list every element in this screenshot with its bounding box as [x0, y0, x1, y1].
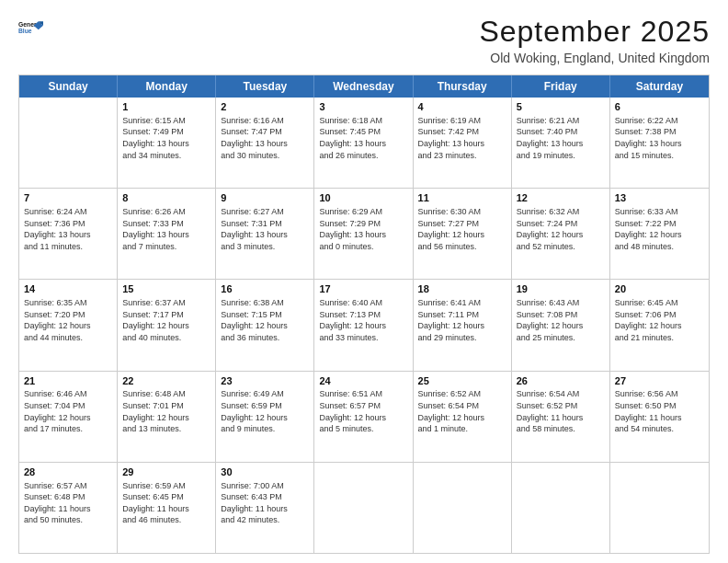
day-number: 24 [319, 374, 407, 388]
day-info: Sunrise: 6:30 AM Sunset: 7:27 PM Dayligh… [418, 206, 506, 252]
logo: GeneralBlue [18, 15, 46, 42]
day-info: Sunrise: 6:35 AM Sunset: 7:20 PM Dayligh… [24, 297, 112, 343]
calendar-day-18: 18Sunrise: 6:41 AM Sunset: 7:11 PM Dayli… [414, 280, 512, 370]
calendar-day-15: 15Sunrise: 6:37 AM Sunset: 7:17 PM Dayli… [118, 280, 216, 370]
day-number: 8 [122, 191, 210, 205]
day-info: Sunrise: 6:27 AM Sunset: 7:31 PM Dayligh… [221, 206, 309, 252]
calendar-day-13: 13Sunrise: 6:33 AM Sunset: 7:22 PM Dayli… [610, 189, 709, 279]
calendar-day-24: 24Sunrise: 6:51 AM Sunset: 6:57 PM Dayli… [314, 372, 413, 462]
calendar-empty-cell [512, 463, 610, 553]
day-info: Sunrise: 6:52 AM Sunset: 6:54 PM Dayligh… [418, 388, 506, 434]
day-number: 9 [221, 191, 309, 205]
day-number: 23 [221, 374, 309, 388]
header: GeneralBlue September 2025 Old Woking, E… [18, 15, 710, 65]
calendar-day-16: 16Sunrise: 6:38 AM Sunset: 7:15 PM Dayli… [216, 280, 314, 370]
calendar-week-2: 7Sunrise: 6:24 AM Sunset: 7:36 PM Daylig… [19, 189, 709, 280]
day-number: 6 [615, 100, 704, 114]
calendar-day-21: 21Sunrise: 6:46 AM Sunset: 7:04 PM Dayli… [19, 372, 118, 462]
calendar-empty-cell [314, 463, 413, 553]
calendar-day-25: 25Sunrise: 6:52 AM Sunset: 6:54 PM Dayli… [414, 372, 512, 462]
day-number: 26 [517, 374, 605, 388]
calendar-day-28: 28Sunrise: 6:57 AM Sunset: 6:48 PM Dayli… [19, 463, 118, 553]
calendar-day-3: 3Sunrise: 6:18 AM Sunset: 7:45 PM Daylig… [314, 98, 413, 188]
day-info: Sunrise: 6:26 AM Sunset: 7:33 PM Dayligh… [122, 206, 210, 252]
day-info: Sunrise: 6:29 AM Sunset: 7:29 PM Dayligh… [319, 206, 407, 252]
calendar-day-26: 26Sunrise: 6:54 AM Sunset: 6:52 PM Dayli… [512, 372, 610, 462]
calendar-day-27: 27Sunrise: 6:56 AM Sunset: 6:50 PM Dayli… [610, 372, 709, 462]
day-number: 10 [319, 191, 407, 205]
calendar-empty-cell [414, 463, 512, 553]
day-info: Sunrise: 6:43 AM Sunset: 7:08 PM Dayligh… [517, 297, 605, 343]
day-number: 29 [122, 465, 210, 479]
day-number: 19 [517, 282, 605, 296]
day-info: Sunrise: 6:46 AM Sunset: 7:04 PM Dayligh… [24, 388, 112, 434]
day-info: Sunrise: 6:51 AM Sunset: 6:57 PM Dayligh… [319, 388, 407, 434]
day-number: 13 [615, 191, 704, 205]
day-number: 30 [221, 465, 309, 479]
day-info: Sunrise: 6:59 AM Sunset: 6:45 PM Dayligh… [122, 480, 210, 526]
calendar-week-1: 1Sunrise: 6:15 AM Sunset: 7:49 PM Daylig… [19, 98, 709, 189]
header-day-saturday: Saturday [610, 75, 709, 98]
day-info: Sunrise: 6:19 AM Sunset: 7:42 PM Dayligh… [418, 115, 506, 161]
day-info: Sunrise: 6:40 AM Sunset: 7:13 PM Dayligh… [319, 297, 407, 343]
day-number: 11 [418, 191, 506, 205]
calendar-day-6: 6Sunrise: 6:22 AM Sunset: 7:38 PM Daylig… [610, 98, 709, 188]
calendar-week-3: 14Sunrise: 6:35 AM Sunset: 7:20 PM Dayli… [19, 280, 709, 371]
day-info: Sunrise: 6:45 AM Sunset: 7:06 PM Dayligh… [615, 297, 704, 343]
day-number: 3 [319, 100, 407, 114]
day-number: 17 [319, 282, 407, 296]
day-number: 25 [418, 374, 506, 388]
day-number: 7 [24, 191, 112, 205]
calendar-day-30: 30Sunrise: 7:00 AM Sunset: 6:43 PM Dayli… [216, 463, 314, 553]
day-info: Sunrise: 6:49 AM Sunset: 6:59 PM Dayligh… [221, 388, 309, 434]
calendar-day-9: 9Sunrise: 6:27 AM Sunset: 7:31 PM Daylig… [216, 189, 314, 279]
calendar-empty-cell [610, 463, 709, 553]
header-day-monday: Monday [118, 75, 216, 98]
calendar-day-23: 23Sunrise: 6:49 AM Sunset: 6:59 PM Dayli… [216, 372, 314, 462]
page: GeneralBlue September 2025 Old Woking, E… [0, 0, 728, 563]
day-number: 21 [24, 374, 112, 388]
day-number: 2 [221, 100, 309, 114]
svg-text:Blue: Blue [18, 28, 32, 34]
month-title: September 2025 [479, 15, 710, 49]
header-day-thursday: Thursday [414, 75, 512, 98]
day-info: Sunrise: 7:00 AM Sunset: 6:43 PM Dayligh… [221, 480, 309, 526]
title-block: September 2025 Old Woking, England, Unit… [479, 15, 710, 65]
day-info: Sunrise: 6:57 AM Sunset: 6:48 PM Dayligh… [24, 480, 112, 526]
calendar-day-14: 14Sunrise: 6:35 AM Sunset: 7:20 PM Dayli… [19, 280, 118, 370]
calendar: SundayMondayTuesdayWednesdayThursdayFrid… [18, 75, 710, 554]
day-info: Sunrise: 6:32 AM Sunset: 7:24 PM Dayligh… [517, 206, 605, 252]
day-info: Sunrise: 6:56 AM Sunset: 6:50 PM Dayligh… [615, 388, 704, 434]
subtitle: Old Woking, England, United Kingdom [479, 51, 710, 65]
calendar-empty-cell [19, 98, 118, 188]
calendar-day-19: 19Sunrise: 6:43 AM Sunset: 7:08 PM Dayli… [512, 280, 610, 370]
day-info: Sunrise: 6:33 AM Sunset: 7:22 PM Dayligh… [615, 206, 704, 252]
day-info: Sunrise: 6:48 AM Sunset: 7:01 PM Dayligh… [122, 388, 210, 434]
calendar-day-10: 10Sunrise: 6:29 AM Sunset: 7:29 PM Dayli… [314, 189, 413, 279]
day-number: 5 [517, 100, 605, 114]
calendar-day-22: 22Sunrise: 6:48 AM Sunset: 7:01 PM Dayli… [118, 372, 216, 462]
header-day-tuesday: Tuesday [216, 75, 314, 98]
calendar-week-5: 28Sunrise: 6:57 AM Sunset: 6:48 PM Dayli… [19, 463, 709, 553]
day-info: Sunrise: 6:21 AM Sunset: 7:40 PM Dayligh… [517, 115, 605, 161]
calendar-day-2: 2Sunrise: 6:16 AM Sunset: 7:47 PM Daylig… [216, 98, 314, 188]
day-number: 12 [517, 191, 605, 205]
logo-icon: GeneralBlue [18, 15, 46, 42]
header-day-wednesday: Wednesday [314, 75, 413, 98]
day-info: Sunrise: 6:41 AM Sunset: 7:11 PM Dayligh… [418, 297, 506, 343]
day-number: 1 [122, 100, 210, 114]
header-day-friday: Friday [512, 75, 610, 98]
calendar-day-1: 1Sunrise: 6:15 AM Sunset: 7:49 PM Daylig… [118, 98, 216, 188]
day-number: 27 [615, 374, 704, 388]
calendar-header: SundayMondayTuesdayWednesdayThursdayFrid… [19, 75, 709, 98]
day-number: 16 [221, 282, 309, 296]
day-number: 15 [122, 282, 210, 296]
calendar-week-4: 21Sunrise: 6:46 AM Sunset: 7:04 PM Dayli… [19, 372, 709, 463]
day-info: Sunrise: 6:22 AM Sunset: 7:38 PM Dayligh… [615, 115, 704, 161]
day-info: Sunrise: 6:15 AM Sunset: 7:49 PM Dayligh… [122, 115, 210, 161]
calendar-day-12: 12Sunrise: 6:32 AM Sunset: 7:24 PM Dayli… [512, 189, 610, 279]
day-number: 20 [615, 282, 704, 296]
day-info: Sunrise: 6:18 AM Sunset: 7:45 PM Dayligh… [319, 115, 407, 161]
calendar-day-17: 17Sunrise: 6:40 AM Sunset: 7:13 PM Dayli… [314, 280, 413, 370]
calendar-day-11: 11Sunrise: 6:30 AM Sunset: 7:27 PM Dayli… [414, 189, 512, 279]
